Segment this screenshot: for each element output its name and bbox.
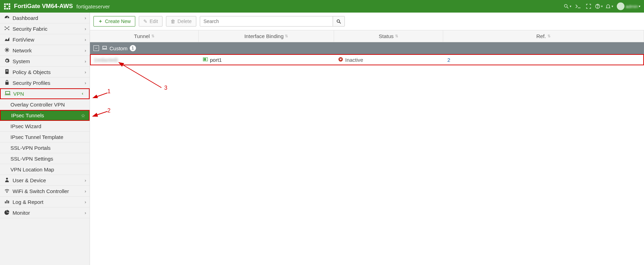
chevron-right-icon: › [85, 48, 86, 53]
table-row[interactable]: (redacted) port1 Inactive 2 [90, 54, 644, 65]
sidebar-item-vpn[interactable]: VPN ⌄ [0, 88, 90, 99]
svg-rect-29 [6, 91, 10, 94]
chevron-right-icon: › [85, 199, 86, 205]
sidebar-item-policy-objects[interactable]: Policy & Objects › [0, 67, 90, 78]
column-label: Tunnel [134, 33, 150, 39]
sidebar-sub-ssl-vpn-settings[interactable]: SSL-VPN Settings [0, 153, 90, 164]
column-header-tunnel[interactable]: Tunnel⇅ [90, 30, 199, 42]
network-icon [3, 47, 10, 54]
create-new-button[interactable]: ＋ Create New [93, 16, 135, 27]
sidebar-item-label: Security Fabric [13, 26, 85, 32]
table-header-row: Tunnel⇅ Interface Binding⇅ Status⇅ Ref.⇅ [90, 30, 644, 42]
sidebar-item-label: WiFi & Switch Controller [13, 188, 85, 194]
sidebar-item-label: Network [13, 47, 85, 53]
sidebar-item-dashboard[interactable]: Dashboard › [0, 13, 90, 23]
svg-rect-33 [5, 201, 6, 203]
sidebar-item-label: User & Device [13, 177, 85, 183]
table-group-custom[interactable]: − Custom 1 [90, 42, 644, 54]
user-icon [3, 177, 10, 184]
search-button[interactable] [333, 16, 344, 26]
chevron-down-icon: ⌄ [81, 92, 86, 96]
search-icon[interactable]: ▾ [562, 1, 573, 12]
chevron-right-icon: › [85, 80, 86, 86]
button-label: Create New [105, 19, 131, 24]
sidebar-item-network[interactable]: Network › [0, 45, 90, 56]
svg-line-52 [119, 62, 161, 88]
chevron-right-icon: › [85, 69, 86, 75]
topbar: FortiGate VM64-AWS fortigateserver ▾ ▾ ▾… [0, 0, 644, 13]
collapse-icon[interactable]: − [93, 45, 99, 51]
sidebar-item-label: VPN [13, 91, 82, 97]
wifi-icon [3, 188, 10, 194]
sidebar-item-user-device[interactable]: User & Device › [0, 175, 90, 186]
gear-icon [3, 58, 10, 65]
column-header-interface-binding[interactable]: Interface Binding⇅ [199, 30, 334, 42]
svg-rect-38 [103, 46, 107, 49]
svg-marker-20 [5, 37, 9, 41]
column-header-ref[interactable]: Ref.⇅ [443, 30, 644, 42]
sidebar-sub-ipsec-tunnels[interactable]: IPsec Tunnels ☆ [0, 110, 90, 121]
sidebar-sub-vpn-location-map[interactable]: VPN Location Map [0, 164, 90, 175]
star-icon[interactable]: ☆ [81, 113, 85, 118]
interface-icon [203, 57, 208, 62]
sort-icon: ⇅ [285, 34, 288, 38]
svg-rect-44 [205, 59, 206, 60]
sidebar-sub-label: SSL-VPN Settings [10, 156, 86, 162]
help-icon[interactable]: ▾ [594, 1, 604, 12]
delete-button[interactable]: 🗑 Delete [166, 16, 196, 27]
vpn-laptop-icon [4, 91, 11, 97]
column-label: Interface Binding [244, 33, 284, 39]
cli-console-icon[interactable] [573, 1, 583, 12]
sidebar-item-system[interactable]: System › [0, 56, 90, 67]
policy-icon [3, 69, 10, 75]
sidebar-item-security-profiles[interactable]: Security Profiles › [0, 78, 90, 88]
svg-line-9 [567, 7, 568, 8]
svg-rect-3 [4, 6, 6, 7]
avatar[interactable] [617, 2, 624, 10]
sidebar-sub-overlay-controller-vpn[interactable]: Overlay Controller VPN [0, 99, 90, 110]
svg-point-8 [565, 5, 567, 7]
username-label[interactable]: admin [626, 4, 638, 9]
group-count-badge: 1 [130, 45, 136, 51]
pencil-icon: ✎ [143, 19, 147, 24]
sort-icon: ⇅ [151, 34, 154, 38]
sidebar-sub-label: Overlay Controller VPN [10, 102, 86, 108]
sidebar-sub-ipsec-tunnel-template[interactable]: IPsec Tunnel Template [0, 132, 90, 142]
chevron-right-icon: › [85, 189, 86, 194]
sidebar-item-log-report[interactable]: Log & Report › [0, 197, 90, 207]
fullscreen-icon[interactable] [583, 1, 594, 12]
sidebar-item-wifi-switch[interactable]: WiFi & Switch Controller › [0, 186, 90, 197]
svg-rect-28 [5, 82, 8, 84]
cell-interface-binding: port1 [199, 55, 335, 65]
sidebar-item-label: Dashboard [13, 15, 85, 21]
svg-line-50 [93, 111, 107, 116]
brand-title: FortiGate VM64-AWS [14, 3, 73, 10]
sidebar-item-monitor[interactable]: Monitor › [0, 207, 90, 218]
trash-icon: 🗑 [171, 19, 175, 24]
column-header-status[interactable]: Status⇅ [334, 30, 443, 42]
sidebar-sub-label: VPN Location Map [10, 167, 86, 172]
search-box [200, 16, 345, 27]
svg-point-36 [337, 20, 340, 22]
search-input[interactable] [200, 16, 333, 26]
status-down-icon [338, 57, 343, 63]
button-label: Delete [177, 19, 191, 24]
sidebar-sub-label: IPsec Tunnels [11, 112, 81, 118]
sidebar-sub-ipsec-wizard[interactable]: IPsec Wizard [0, 121, 90, 132]
chevron-right-icon: › [85, 26, 86, 31]
svg-rect-42 [205, 58, 206, 59]
notifications-icon[interactable]: ▾ [604, 1, 615, 12]
edit-button[interactable]: ✎ Edit [139, 16, 162, 27]
ref-link[interactable]: 2 [447, 57, 450, 63]
sidebar-item-security-fabric[interactable]: Security Fabric › [0, 23, 90, 34]
chevron-right-icon: › [85, 15, 86, 21]
svg-rect-27 [6, 71, 8, 71]
sidebar-sub-ssl-vpn-portals[interactable]: SSL-VPN Portals [0, 142, 90, 153]
chevron-right-icon: › [85, 37, 86, 42]
sidebar-item-fortiview[interactable]: FortiView › [0, 34, 90, 45]
sidebar: Dashboard › Security Fabric › FortiView … [0, 13, 90, 265]
svg-rect-43 [204, 59, 205, 60]
user-menu-caret-icon[interactable]: ▾ [639, 5, 641, 8]
svg-rect-34 [7, 200, 8, 203]
fortiview-icon [3, 37, 10, 43]
